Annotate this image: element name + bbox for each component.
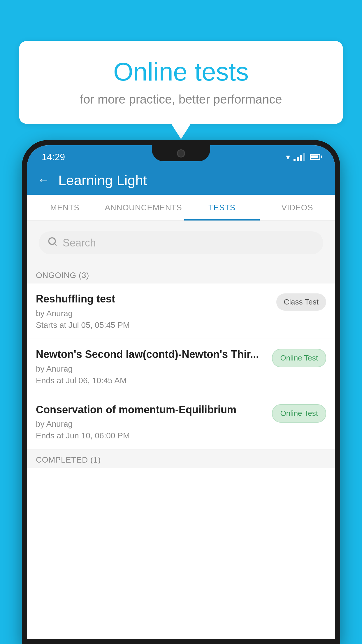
speech-bubble-container: Online tests for more practice, better p… [19,41,343,124]
test-info-2: Newton's Second law(contd)-Newton's Thir… [36,348,266,385]
bar1 [294,159,296,161]
svg-line-1 [55,244,56,245]
speech-bubble: Online tests for more practice, better p… [19,41,343,124]
app-bar: ← Learning Light [27,166,335,195]
test-title-2: Newton's Second law(contd)-Newton's Thir… [36,348,266,361]
search-area: Search [27,221,335,265]
search-icon [48,237,57,249]
test-badge-3: Online Test [272,404,326,423]
search-bar[interactable]: Search [39,231,323,254]
phone-inner: 14:29 ▾ ← Learning Light MEN [27,145,335,639]
tab-announcements[interactable]: ANNOUNCEMENTS [102,195,184,220]
test-author-1: by Anurag [36,309,270,318]
ongoing-section-bg: ONGOING (3) [27,265,335,284]
signal-bars-icon [294,153,305,161]
bubble-subtitle: for more practice, better performance [36,92,326,106]
test-time-3: Ends at Jun 10, 06:00 PM [36,431,266,440]
test-badge-1: Class Test [276,293,326,311]
test-title-3: Conservation of momentum-Equilibrium [36,403,266,417]
battery-icon [310,154,320,160]
status-icons: ▾ [286,152,320,162]
phone-frame: 14:29 ▾ ← Learning Light MEN [22,140,340,644]
test-time-1: Starts at Jul 05, 05:45 PM [36,321,270,330]
test-item-1[interactable]: Reshuffling test by Anurag Starts at Jul… [27,284,335,339]
bubble-title: Online tests [36,57,326,87]
test-item-2[interactable]: Newton's Second law(contd)-Newton's Thir… [27,339,335,394]
back-button[interactable]: ← [37,173,50,187]
app-title: Learning Light [58,172,147,188]
wifi-icon: ▾ [286,152,290,162]
test-item-3[interactable]: Conservation of momentum-Equilibrium by … [27,394,335,450]
test-badge-2: Online Test [272,349,326,367]
status-time: 14:29 [42,152,65,162]
tab-tests[interactable]: TESTS [184,195,259,220]
notch [152,145,210,161]
test-author-3: by Anurag [36,419,266,429]
bar4 [303,153,305,161]
test-info-1: Reshuffling test by Anurag Starts at Jul… [36,292,270,330]
bar3 [300,155,302,161]
test-time-2: Ends at Jul 06, 10:45 AM [36,376,266,385]
battery-fill [311,155,318,158]
tabs-container: MENTS ANNOUNCEMENTS TESTS VIDEOS [27,195,335,221]
test-info-3: Conservation of momentum-Equilibrium by … [36,403,266,441]
test-title-1: Reshuffling test [36,292,270,306]
camera [177,149,185,158]
tab-videos[interactable]: VIDEOS [260,195,335,220]
ongoing-section-header: ONGOING (3) [27,265,335,284]
completed-section-header: COMPLETED (1) [27,449,335,468]
tab-ments[interactable]: MENTS [27,195,102,220]
test-author-2: by Anurag [36,364,266,374]
test-list: Reshuffling test by Anurag Starts at Jul… [27,284,335,449]
bar2 [297,157,299,161]
search-placeholder: Search [63,237,96,249]
